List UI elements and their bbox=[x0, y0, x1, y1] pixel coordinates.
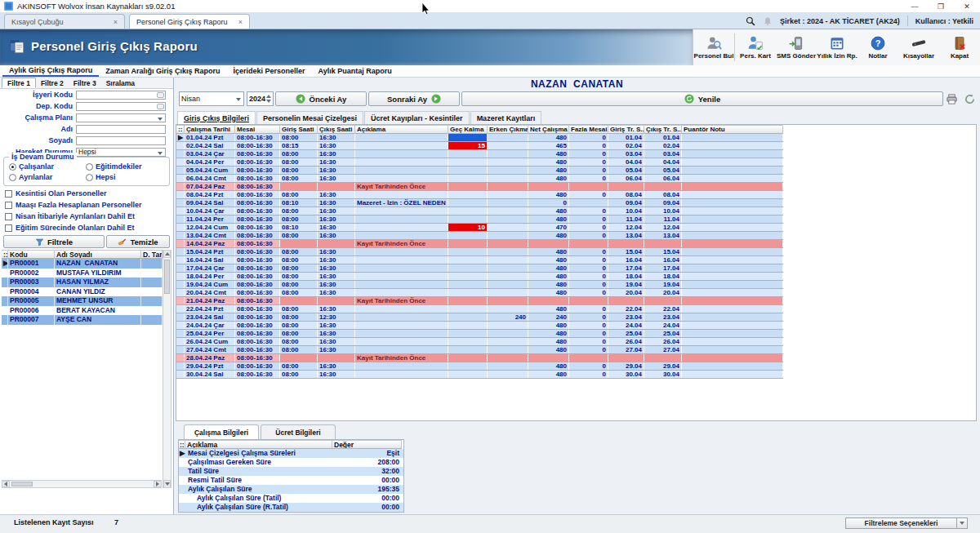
employee-list-header[interactable]: :: Kodu Adı Soyadı D. Tari bbox=[2, 250, 163, 259]
radio-egitimdekiler[interactable]: Eğitimdekiler bbox=[86, 162, 142, 171]
radio-hepsi[interactable]: Hepsi bbox=[86, 173, 116, 181]
info-row[interactable]: Aylık Çalışılan Süre (Tatil)00:00 bbox=[179, 494, 403, 503]
lookup-button[interactable] bbox=[157, 104, 164, 109]
yillik-izin-button[interactable]: Yıllık İzin Rp. bbox=[817, 29, 858, 65]
filtrele-button[interactable]: Filtrele bbox=[3, 235, 105, 248]
employee-row[interactable]: PR00002MUSTAFA YILDIRIM bbox=[2, 269, 163, 278]
checkbox-nisan-ayrilanlar[interactable]: Nisan İtibariyle Ayrılanları Dahil Et bbox=[5, 212, 135, 220]
attendance-row[interactable]: 20.04.24 Cmt08:00-16:3008:0016:30480020.… bbox=[176, 289, 783, 297]
info-row[interactable]: Aylık Çalışılan Süre (R.Tatil)00:00 bbox=[179, 503, 403, 512]
tab-zaman-araligi[interactable]: Zaman Aralığı Giriş Çıkış Raporu bbox=[99, 65, 226, 77]
dep-kodu-input[interactable] bbox=[76, 102, 166, 111]
attendance-grid-header[interactable]: :: Çalışma Tarihi Mesai Giriş Saati Çıkı… bbox=[176, 125, 783, 134]
onceki-ay-button[interactable]: Önceki Ay bbox=[275, 91, 367, 106]
tab-siralama[interactable]: Sıralama bbox=[101, 78, 140, 88]
attendance-row[interactable]: 10.04.24 Çar08:00-16:3008:0016:30480010.… bbox=[176, 207, 783, 215]
kapat-button[interactable]: Kapat bbox=[939, 29, 980, 65]
attendance-row[interactable]: 09.04.24 Sal08:00-16:3008:1016:30Mazeret… bbox=[176, 199, 783, 207]
attendance-row[interactable]: 15.04.24 Pzt08:00-16:3008:0016:30480015.… bbox=[176, 248, 783, 256]
tab-filtre-1[interactable]: Filtre 1 bbox=[2, 78, 36, 88]
column-header-mesai[interactable]: Mesai bbox=[235, 125, 280, 134]
sonraki-ay-button[interactable]: Sonraki Ay bbox=[368, 91, 460, 106]
pers-kart-button[interactable]: Pers. Kart bbox=[735, 29, 776, 65]
attendance-row[interactable]: 28.04.24 Paz08:00-16:30Kayıt Tarihinden … bbox=[176, 354, 783, 362]
employee-row[interactable]: PR00003HASAN YILMAZ bbox=[2, 278, 163, 287]
soyadi-input[interactable] bbox=[76, 136, 166, 145]
spin-up-icon[interactable] bbox=[266, 95, 271, 98]
info-row[interactable]: Tatil Süre32:00 bbox=[179, 467, 403, 476]
checkbox-egitim-surecinde[interactable]: Eğitim Sürecinde Olanları Dahil Et bbox=[5, 224, 135, 232]
column-header-calisma-tarihi[interactable]: Çalışma Tarihi bbox=[185, 125, 235, 134]
attendance-row[interactable]: 12.04.24 Cum08:00-16:3008:1016:301047001… bbox=[176, 224, 783, 232]
tab-ucret-bilgileri[interactable]: Ücret Bilgileri bbox=[261, 424, 336, 439]
calisma-plani-select[interactable] bbox=[76, 113, 166, 122]
attendance-row[interactable]: 23.04.24 Sal08:00-16:3008:0012:302402400… bbox=[176, 313, 783, 322]
tab-ucret-kayiplari[interactable]: Ücret Kayıpları - Kesintiler bbox=[364, 111, 470, 124]
employee-row[interactable]: PR00005MEHMET UNSUR bbox=[2, 296, 163, 306]
column-header-fazla-mesai[interactable]: Fazla Mesai bbox=[569, 125, 608, 134]
attendance-row[interactable]: 18.04.24 Per08:00-16:3008:0016:30480018.… bbox=[176, 273, 783, 281]
scrollbar-thumb[interactable] bbox=[164, 260, 170, 294]
year-spinner[interactable]: 2024 bbox=[247, 91, 274, 106]
scroll-up-arrow[interactable] bbox=[163, 250, 171, 258]
tab-close-icon[interactable]: × bbox=[114, 18, 118, 26]
minimize-button[interactable]: — bbox=[902, 0, 928, 12]
tab-filtre-3[interactable]: Filtre 3 bbox=[69, 78, 101, 88]
column-header-gec-kalma[interactable]: Geç Kalma bbox=[448, 125, 488, 134]
column-header-giris-tr[interactable]: Giriş Tr. S... bbox=[608, 125, 644, 134]
tab-icerideki-personeller[interactable]: İçerideki Personeller bbox=[226, 65, 311, 77]
export-refresh-icon[interactable] bbox=[964, 93, 976, 105]
adi-input[interactable] bbox=[76, 125, 166, 134]
column-header-erken-cikma[interactable]: Erken Çıkma bbox=[488, 125, 528, 134]
dropdown-arrow[interactable] bbox=[956, 518, 967, 528]
sms-gonder-button[interactable]: SMS Gönder bbox=[776, 29, 817, 65]
column-header-cikis-tr[interactable]: Çıkış Tr. S... bbox=[644, 125, 682, 134]
attendance-row[interactable]: 17.04.24 Çar08:00-16:3008:0016:30480017.… bbox=[176, 264, 783, 273]
scroll-right-arrow[interactable] bbox=[154, 481, 162, 487]
attendance-row[interactable]: 26.04.24 Cum08:00-16:3008:0016:30480026.… bbox=[176, 338, 783, 346]
spin-buttons[interactable] bbox=[265, 93, 272, 104]
checkbox-maasi-fazla[interactable]: Maaşı Fazla Hesaplanan Personeller bbox=[5, 201, 142, 209]
attendance-row[interactable]: 27.04.24 Cmt08:00-16:3008:0016:30480027.… bbox=[176, 346, 783, 354]
column-header-giris-saati[interactable]: Giriş Saati bbox=[280, 125, 318, 134]
attendance-row[interactable]: 30.04.24 Sal08:00-16:3008:0016:30480030.… bbox=[176, 371, 783, 379]
spin-down-icon[interactable] bbox=[266, 100, 271, 103]
employee-list-horizontal-scrollbar[interactable] bbox=[2, 480, 162, 488]
close-button[interactable]: ✕ bbox=[954, 0, 980, 12]
bell-icon[interactable] bbox=[763, 16, 773, 26]
tab-aylik-puantaj[interactable]: Aylık Puantaj Raporu bbox=[311, 65, 398, 77]
scroll-left-arrow[interactable] bbox=[2, 481, 10, 487]
checkbox-kesintisi[interactable]: Kesintisi Olan Personeller bbox=[5, 189, 107, 198]
attendance-row[interactable]: 21.04.24 Paz08:00-16:30Kayıt Tarihinden … bbox=[176, 297, 783, 305]
attendance-row[interactable]: ▶01.04.24 Pzt08:00-16:3008:0016:30480001… bbox=[176, 134, 783, 142]
column-header-deger[interactable]: Değer bbox=[332, 440, 402, 449]
attendance-row[interactable]: 03.04.24 Çar08:00-16:3008:0016:30480003.… bbox=[176, 150, 783, 158]
attendance-row[interactable]: 16.04.24 Sal08:00-16:3008:0016:30480016.… bbox=[176, 256, 783, 264]
info-row[interactable]: Çalışılması Gereken Süre208:00 bbox=[179, 458, 403, 467]
scrollbar-thumb[interactable] bbox=[11, 482, 33, 486]
attendance-row[interactable]: 29.04.24 Pzt08:00-16:3008:0016:30480029.… bbox=[176, 362, 783, 371]
scroll-down-arrow[interactable] bbox=[163, 480, 171, 488]
column-header-puantor-notu[interactable]: Puantör Notu bbox=[682, 125, 783, 134]
notlar-button[interactable]: ? Notlar bbox=[858, 29, 898, 65]
employee-row[interactable]: ▶PR00001NAZAN CANATAN bbox=[2, 259, 163, 269]
attendance-row[interactable]: 24.04.24 Çar08:00-16:3008:0016:30480024.… bbox=[176, 322, 783, 330]
column-header-d-tari[interactable]: D. Tari bbox=[141, 250, 163, 259]
month-select[interactable]: Nisan bbox=[179, 91, 244, 106]
radio-calisanlar[interactable]: Çalışanlar bbox=[9, 162, 54, 171]
isyeri-kodu-input[interactable] bbox=[76, 91, 166, 100]
tab-personelin-mesai-cizelgesi[interactable]: Personelin Mesai Çizelgesi bbox=[256, 111, 363, 124]
column-header-net-calisma[interactable]: Net Çalışma bbox=[528, 125, 569, 134]
employee-row[interactable]: PR00004CANAN YILDIZ bbox=[2, 287, 163, 297]
info-row[interactable]: ▶Mesai Çizelgesi Çalışma SüreleriEşit bbox=[179, 449, 403, 458]
attendance-row[interactable]: 07.04.24 Paz08:00-16:30Kayıt Tarihinden … bbox=[176, 183, 783, 191]
tab-personel-giris-cikis-raporu[interactable]: Personel Giriş Çıkış Raporu × bbox=[129, 14, 250, 29]
kisayollar-button[interactable]: Kısayollar bbox=[898, 29, 939, 65]
hareket-durumu-select[interactable]: Hepsi bbox=[76, 148, 166, 157]
info-row[interactable]: Aylık Çalışılan Süre195:35 bbox=[179, 485, 403, 494]
attendance-row[interactable]: 19.04.24 Cum08:00-16:3008:0016:30480019.… bbox=[176, 281, 783, 289]
filtreleme-secenekleri-button[interactable]: Filtreleme Seçenekleri bbox=[845, 517, 968, 529]
column-header-kodu[interactable]: Kodu bbox=[8, 250, 55, 259]
column-header-aciklama[interactable]: Açıklama bbox=[355, 125, 448, 134]
attendance-row[interactable]: 04.04.24 Per08:00-16:3008:0016:30480004.… bbox=[176, 158, 783, 167]
